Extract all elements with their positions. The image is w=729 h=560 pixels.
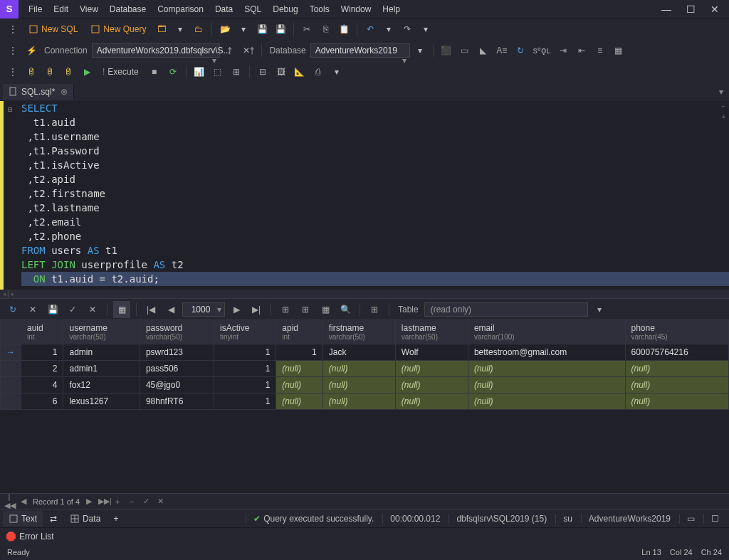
grip-icon[interactable]: ⋮ [4, 42, 21, 59]
dropdown-arrow-icon[interactable]: ▾ [411, 42, 429, 59]
menu-data[interactable]: Data [211, 1, 237, 17]
cell[interactable]: admin1 [63, 361, 140, 377]
view-icon[interactable]: ▦ [317, 301, 334, 318]
menu-view[interactable]: View [75, 1, 103, 17]
cell[interactable]: 1 [214, 361, 276, 377]
cell[interactable]: (null) [395, 377, 468, 393]
cell[interactable]: 1 [276, 344, 322, 361]
column-header[interactable]: apidint [276, 320, 322, 344]
cell[interactable]: (null) [395, 361, 468, 377]
database-dropdown[interactable]: AdventureWorks2019 [310, 43, 410, 58]
column-header[interactable]: usernamevarchar(50) [63, 320, 140, 344]
layout-icon[interactable]: ▭ [679, 514, 702, 524]
results-table[interactable]: auidintusernamevarchar(50)passwordvarcha… [0, 319, 729, 410]
save-all-button[interactable]: 💾 [272, 21, 289, 38]
cell[interactable]: lexus1267 [63, 393, 140, 410]
folder-button[interactable]: 🗀 [190, 21, 207, 38]
save-icon[interactable]: 💾 [44, 301, 61, 318]
tab-swap[interactable]: ⇄ [44, 511, 63, 527]
cell[interactable]: (null) [276, 361, 322, 377]
row-indicator[interactable] [1, 344, 21, 361]
menu-edit[interactable]: Edit [49, 1, 73, 17]
last-page-icon[interactable]: ▶| [248, 301, 265, 318]
toolbar-icon[interactable]: ⊟ [254, 63, 271, 80]
dropdown-arrow-icon[interactable]: ▾ [172, 21, 189, 38]
view-icon[interactable]: ⊞ [297, 301, 314, 318]
row-indicator[interactable] [1, 393, 21, 410]
column-header[interactable]: emailvarchar(100) [468, 320, 625, 344]
cancel-edit-icon[interactable]: ✕ [155, 497, 165, 506]
cell[interactable]: bettestroom@gmail.com [468, 344, 625, 361]
scroll-left-icon[interactable]: ◂⎮ [3, 290, 10, 297]
prev-record-icon[interactable]: ◀ [19, 497, 28, 506]
sql-format-icon[interactable]: sᵒǫʟ [530, 42, 553, 59]
tab-sql[interactable]: SQL.sql* ⊗ [3, 84, 74, 100]
cell[interactable]: pass506 [140, 361, 214, 377]
refresh-icon[interactable]: ↻ [4, 301, 21, 318]
toolbar-icon[interactable]: ◣ [475, 42, 492, 59]
layout-icon[interactable]: ☐ [703, 514, 726, 524]
first-record-icon[interactable]: |◀◀ [4, 492, 14, 510]
cell[interactable]: (null) [625, 393, 729, 410]
add-record-icon[interactable]: + [112, 497, 122, 506]
menu-help[interactable]: Help [378, 1, 404, 17]
cell[interactable]: Wolf [395, 344, 468, 361]
open-button[interactable]: 📂 [216, 21, 234, 38]
menu-window[interactable]: Window [337, 1, 376, 17]
toolbar-icon[interactable]: ▦ [610, 42, 627, 59]
cancel-icon[interactable]: ✕ [24, 301, 41, 318]
stop-button[interactable]: ■ [146, 63, 163, 80]
check-icon[interactable]: ✓ [64, 301, 81, 318]
page-size-dropdown[interactable]: 1000 [182, 302, 225, 317]
cell[interactable]: (null) [322, 393, 395, 410]
menu-sql[interactable]: SQL [240, 1, 266, 17]
refresh-button[interactable]: ⟳ [164, 63, 182, 80]
indent-icon[interactable]: ⇥ [555, 42, 572, 59]
db-icon[interactable]: 🛢 [23, 63, 40, 80]
new-window-button[interactable]: 🗔 [153, 21, 170, 38]
cell[interactable]: 2 [21, 361, 63, 377]
cell[interactable]: (null) [276, 393, 322, 410]
new-query-button[interactable]: New Query [85, 21, 152, 38]
cell[interactable]: (null) [395, 393, 468, 410]
tab-data[interactable]: Data [64, 511, 106, 527]
minimize-icon[interactable]: — [659, 4, 673, 15]
paste-button[interactable]: 📋 [335, 21, 352, 38]
run-button[interactable]: ▶ [78, 63, 95, 80]
column-header[interactable]: lastnamevarchar(50) [395, 320, 468, 344]
column-header[interactable]: auidint [21, 320, 63, 344]
commit-icon[interactable]: ✓ [141, 497, 151, 506]
cell[interactable]: 4 [21, 377, 63, 393]
cell[interactable]: admin [63, 344, 140, 361]
cell[interactable]: (null) [625, 361, 729, 377]
toolbar-icon[interactable]: 📐 [291, 63, 308, 80]
add-tab-icon[interactable]: + [107, 511, 124, 527]
menu-debug[interactable]: Debug [268, 1, 302, 17]
toolbar-icon[interactable]: ⬚ [209, 63, 226, 80]
cell[interactable]: Jack [322, 344, 395, 361]
db-icon[interactable]: 🛢 [60, 63, 77, 80]
grid-mode-icon[interactable]: ▦ [113, 301, 130, 318]
scroll-left-icon[interactable]: ◂ [10, 290, 17, 297]
column-header[interactable]: phonevarchar(45) [625, 320, 729, 344]
cell[interactable]: 45@jgo0 [140, 377, 214, 393]
cell[interactable]: (null) [625, 377, 729, 393]
menu-file[interactable]: File [24, 1, 46, 17]
row-indicator[interactable] [1, 377, 21, 393]
view-icon[interactable]: ⊞ [277, 301, 294, 318]
cell[interactable]: (null) [322, 377, 395, 393]
cell[interactable]: 6 [21, 393, 63, 410]
cell[interactable]: (null) [468, 393, 625, 410]
column-header[interactable]: isActivetinyint [214, 320, 276, 344]
tab-text[interactable]: Text [3, 511, 43, 527]
editor-hscroll[interactable]: ◂⎮ ◂ [0, 290, 729, 298]
cell[interactable]: 1 [214, 344, 276, 361]
cross-icon[interactable]: ✕ [84, 301, 101, 318]
cell[interactable]: (null) [468, 377, 625, 393]
new-sql-button[interactable]: New SQL [23, 21, 83, 38]
cell[interactable]: fox12 [63, 377, 140, 393]
connection-icon[interactable]: ⚡ [23, 42, 40, 59]
dropdown-arrow-icon[interactable]: ▾ [417, 21, 434, 38]
column-header[interactable]: firstnamevarchar(50) [322, 320, 395, 344]
delete-record-icon[interactable]: − [127, 497, 137, 506]
